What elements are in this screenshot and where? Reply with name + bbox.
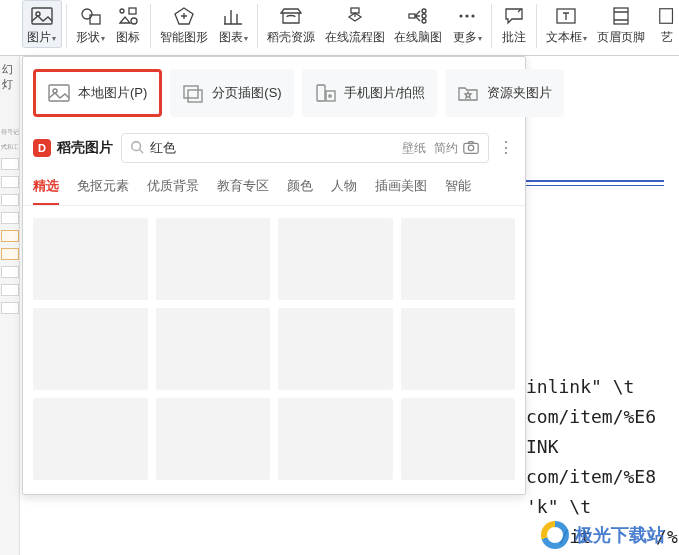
- ribbon-more[interactable]: 更多▾: [447, 0, 487, 48]
- result-tile[interactable]: [156, 308, 271, 390]
- camera-icon[interactable]: [462, 138, 482, 158]
- slide-thumb[interactable]: [1, 230, 19, 242]
- ribbon-divider: [536, 4, 537, 48]
- result-tile[interactable]: [156, 218, 271, 300]
- image-icon: [48, 82, 70, 104]
- category-tab-education[interactable]: 教育专区: [217, 177, 269, 205]
- slide-thumb[interactable]: [1, 194, 19, 206]
- image-result-grid: [23, 206, 525, 494]
- ribbon-item-label: 稻壳资源: [267, 30, 315, 44]
- ribbon-chart[interactable]: 图表▾: [213, 0, 253, 48]
- caret-down-icon: ▾: [101, 34, 105, 43]
- site-watermark: 极光下载站: [541, 521, 665, 549]
- category-tab-featured[interactable]: 精选: [33, 177, 59, 205]
- search-chip-wallpaper[interactable]: 壁纸: [398, 140, 430, 157]
- textbox-icon: [554, 4, 578, 28]
- category-tab-illustration[interactable]: 插画美图: [375, 177, 427, 205]
- category-tab-people[interactable]: 人物: [331, 177, 357, 205]
- chart-icon: [221, 4, 245, 28]
- ribbon-comment[interactable]: 批注: [496, 0, 532, 46]
- result-tile[interactable]: [33, 398, 148, 480]
- iconlib-icon: [116, 4, 140, 28]
- source-local-image[interactable]: 本地图片(P): [33, 69, 162, 117]
- slide-thumb[interactable]: [1, 284, 19, 296]
- side-note: 符号记: [1, 128, 19, 137]
- svg-rect-20: [184, 86, 198, 98]
- result-tile[interactable]: [278, 398, 393, 480]
- docer-logo-icon: D: [33, 139, 51, 157]
- wordart-icon: [655, 4, 679, 28]
- ribbon-textbox[interactable]: 文本框▾: [541, 0, 592, 48]
- svg-point-6: [131, 18, 137, 24]
- svg-point-14: [471, 14, 474, 17]
- result-tile[interactable]: [33, 308, 148, 390]
- category-tab-smart[interactable]: 智能: [445, 177, 471, 205]
- caret-down-icon: ▾: [52, 34, 56, 43]
- result-tile[interactable]: [401, 218, 516, 300]
- caret-down-icon: ▾: [244, 34, 248, 43]
- svg-rect-0: [32, 8, 52, 24]
- ribbon-iconlib[interactable]: 图标: [110, 0, 146, 46]
- ribbon-image[interactable]: 图片▾: [22, 0, 62, 48]
- ribbon-shape[interactable]: 形状▾: [71, 0, 111, 48]
- ribbon-divider: [257, 4, 258, 48]
- source-label: 手机图片/拍照: [344, 84, 426, 102]
- svg-point-25: [132, 141, 141, 150]
- result-tile[interactable]: [156, 398, 271, 480]
- slide-thumb[interactable]: [1, 212, 19, 224]
- svg-rect-23: [326, 91, 335, 101]
- comment-icon: [502, 4, 526, 28]
- ribbon-item-label: 在线脑图: [394, 30, 442, 44]
- ribbon-wordart[interactable]: 艺: [650, 0, 679, 46]
- category-tab-color[interactable]: 颜色: [287, 177, 313, 205]
- slide-panel: 幻灯 符号记 式和工: [0, 56, 20, 555]
- ribbon-item-label: 更多▾: [453, 30, 482, 46]
- ribbon-header-footer[interactable]: 页眉页脚: [592, 0, 650, 46]
- svg-rect-22: [317, 85, 325, 101]
- source-label: 资源夹图片: [487, 84, 552, 102]
- svg-point-4: [120, 9, 124, 13]
- svg-rect-21: [188, 90, 202, 102]
- image-icon: [30, 4, 54, 28]
- folder-star-icon: [457, 82, 479, 104]
- source-phone-photo[interactable]: 手机图片/拍照: [302, 69, 438, 117]
- svg-rect-18: [49, 85, 69, 101]
- search-input[interactable]: [150, 141, 398, 156]
- kebab-menu-icon[interactable]: ⋮: [497, 143, 515, 153]
- slide-thumb[interactable]: [1, 158, 19, 170]
- source-page-illustration[interactable]: 分页插图(S): [170, 69, 293, 117]
- caret-down-icon: ▾: [583, 34, 587, 43]
- ribbon-online-mindmap[interactable]: 在线脑图: [389, 0, 447, 46]
- ribbon-item-label: 文本框▾: [546, 30, 587, 46]
- slide-thumb[interactable]: [1, 266, 19, 278]
- category-tab-background[interactable]: 优质背景: [147, 177, 199, 205]
- image-source-row: 本地图片(P) 分页插图(S) 手机图片/拍照: [23, 57, 525, 127]
- result-tile[interactable]: [401, 398, 516, 480]
- slide-thumb[interactable]: [1, 176, 19, 188]
- source-folder-image[interactable]: 资源夹图片: [445, 69, 564, 117]
- svg-point-24: [328, 95, 330, 97]
- page-image-icon: [182, 82, 204, 104]
- result-tile[interactable]: [278, 308, 393, 390]
- ribbon-online-flowchart[interactable]: 在线流程图: [320, 0, 389, 46]
- mindmap-icon: [406, 4, 430, 28]
- slide-panel-label: 幻灯: [0, 56, 19, 98]
- search-box[interactable]: 壁纸 简约: [121, 133, 489, 163]
- result-tile[interactable]: [401, 308, 516, 390]
- result-tile[interactable]: [278, 218, 393, 300]
- ribbon-item-label: 页眉页脚: [597, 30, 645, 44]
- ribbon-divider: [150, 4, 151, 48]
- slide-thumb[interactable]: [1, 248, 19, 260]
- svg-rect-5: [129, 8, 136, 14]
- category-tab-cutout[interactable]: 免抠元素: [77, 177, 129, 205]
- result-tile[interactable]: [33, 218, 148, 300]
- ribbon-docer-resource[interactable]: 稻壳资源: [262, 0, 320, 46]
- docer-brand: D 稻壳图片: [33, 139, 113, 157]
- search-chip-simple[interactable]: 简约: [430, 140, 462, 157]
- slide-thumb[interactable]: [1, 302, 19, 314]
- svg-rect-8: [409, 14, 415, 18]
- ribbon-item-label: 艺: [661, 30, 673, 44]
- ribbon-item-label: 智能图形: [160, 30, 208, 44]
- ribbon-smartshape[interactable]: 智能图形: [155, 0, 213, 46]
- smartshape-icon: [172, 4, 196, 28]
